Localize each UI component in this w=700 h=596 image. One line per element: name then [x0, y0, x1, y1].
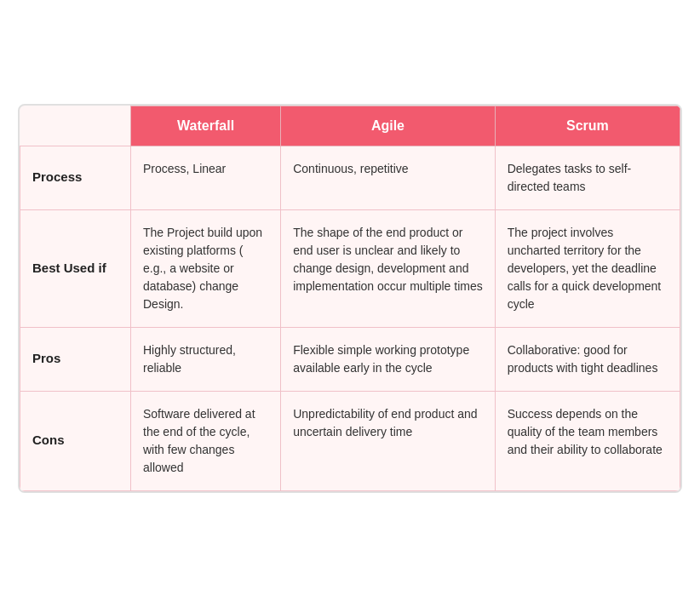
cell-process-waterfall: Process, Linear [131, 146, 281, 209]
row-label-process: Process [20, 146, 131, 209]
row-label-cons: Cons [20, 391, 131, 490]
cell-cons-agile: Unpredictability of end product and unce… [281, 391, 496, 490]
comparison-table-wrapper: Waterfall Agile Scrum Process Process, L… [18, 104, 682, 493]
cell-pros-waterfall: Highly structured, reliable [131, 327, 281, 391]
header-scrum: Scrum [495, 106, 680, 146]
row-best-used-if: Best Used if The Project build upon exis… [20, 209, 680, 327]
cell-pros-scrum: Collaborative: good for products with ti… [495, 327, 680, 391]
row-cons: Cons Software delivered at the end of th… [20, 391, 680, 490]
header-agile: Agile [281, 106, 496, 146]
cell-process-scrum: Delegates tasks to self-directed teams [495, 146, 680, 209]
cell-cons-scrum: Success depends on the quality of the te… [495, 391, 680, 490]
header-empty [20, 106, 131, 146]
cell-bestused-agile: The shape of the end product or end user… [281, 209, 496, 327]
row-process: Process Process, Linear Continuous, repe… [20, 146, 680, 209]
row-pros: Pros Highly structured, reliable Flexibl… [20, 327, 680, 391]
cell-process-agile: Continuous, repetitive [281, 146, 496, 209]
header-waterfall: Waterfall [131, 106, 281, 146]
cell-bestused-waterfall: The Project build upon existing platform… [131, 209, 281, 327]
cell-pros-agile: Flexible simple working prototype availa… [281, 327, 496, 391]
cell-bestused-scrum: The project involves uncharted territory… [495, 209, 680, 327]
row-label-pros: Pros [20, 327, 131, 391]
comparison-table: Waterfall Agile Scrum Process Process, L… [20, 106, 680, 491]
row-label-best-used-if: Best Used if [20, 209, 131, 327]
cell-cons-waterfall: Software delivered at the end of the cyc… [131, 391, 281, 490]
